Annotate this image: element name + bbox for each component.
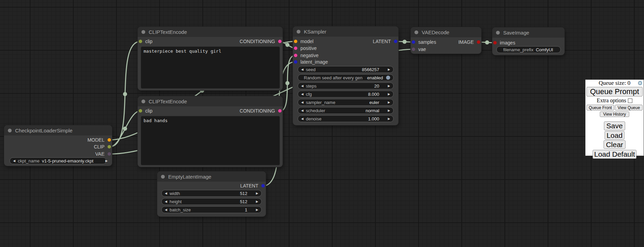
positive-prompt-textarea[interactable]: masterpiece best quality girl: [141, 47, 280, 89]
widget-value: 1: [245, 207, 247, 212]
extra-options-checkbox[interactable]: [628, 99, 632, 103]
node-ksampler[interactable]: KSampler model positive negative latent_…: [293, 26, 398, 125]
output-slot-latent[interactable]: LATENT: [157, 182, 266, 189]
node-titlebar[interactable]: KSampler: [293, 26, 398, 37]
input-slot-vae[interactable]: vae: [411, 46, 481, 53]
filename-prefix-widget[interactable]: filename_prefix ComfyUI: [496, 46, 561, 53]
decrement-arrow-icon[interactable]: ◀: [165, 208, 167, 211]
queue-prompt-button[interactable]: Queue Prompt: [586, 87, 643, 96]
output-slot-clip[interactable]: CLIP: [4, 143, 112, 150]
output-slot-latent[interactable]: LATENT: [293, 38, 398, 45]
node-titlebar[interactable]: CLIPTextEncode: [138, 27, 283, 37]
image-slot-dot[interactable]: [493, 41, 497, 44]
image-slot-dot[interactable]: [477, 40, 480, 44]
conditioning-slot-dot[interactable]: [294, 54, 297, 57]
node-titlebar[interactable]: EmptyLatentImage: [157, 171, 266, 182]
decrement-arrow-icon[interactable]: ◀: [13, 159, 15, 162]
save-button[interactable]: Save: [604, 121, 625, 130]
increment-arrow-icon[interactable]: ▶: [388, 93, 390, 96]
random-seed-toggle-widget[interactable]: Random seed after every gen enabled: [298, 74, 394, 81]
ckpt-name-widget[interactable]: ◀ ckpt_name v1-5-pruned-emaonly.ckpt ▶: [10, 157, 107, 164]
collapse-dot-icon[interactable]: [8, 129, 12, 132]
width-widget[interactable]: ◀ width 512 ▶: [161, 190, 262, 197]
clip-slot-dot[interactable]: [108, 145, 111, 148]
decrement-arrow-icon[interactable]: ◀: [301, 101, 304, 104]
node-clip-text-encode-negative[interactable]: CLIPTextEncode clip CONDITIONING bad han…: [138, 96, 283, 167]
decrement-arrow-icon[interactable]: ◀: [301, 84, 304, 88]
collapse-dot-icon[interactable]: [496, 31, 500, 35]
node-clip-text-encode-positive[interactable]: CLIPTextEncode clip CONDITIONING masterp…: [138, 27, 283, 90]
node-checkpoint-loader[interactable]: CheckpointLoaderSimple MODEL CLIP VAE ◀ …: [4, 125, 112, 166]
latent-slot-dot[interactable]: [294, 60, 297, 64]
latent-slot-dot[interactable]: [261, 184, 265, 187]
negative-prompt-textarea[interactable]: bad hands: [141, 116, 280, 165]
denoise-widget[interactable]: ◀ denoise 1.000 ▶: [298, 115, 394, 122]
slot-label: LATENT: [240, 183, 258, 188]
latent-slot-dot[interactable]: [394, 40, 397, 43]
node-vae-decode[interactable]: VAEDecode samples vae IMAGE: [411, 27, 481, 54]
node-title: KSampler: [304, 29, 326, 35]
increment-arrow-icon[interactable]: ▶: [106, 159, 108, 162]
decrement-arrow-icon[interactable]: ◀: [301, 117, 304, 120]
height-widget[interactable]: ◀ height 512 ▶: [161, 198, 262, 205]
comfyui-canvas[interactable]: { "icons": { "left_arrow": "◀", "right_a…: [0, 0, 644, 247]
collapse-dot-icon[interactable]: [414, 30, 418, 34]
view-history-button[interactable]: View History: [600, 112, 629, 117]
decrement-arrow-icon[interactable]: ◀: [301, 68, 304, 71]
increment-arrow-icon[interactable]: ▶: [388, 109, 390, 112]
output-slot-vae[interactable]: VAE: [4, 151, 112, 157]
node-titlebar[interactable]: CLIPTextEncode: [138, 96, 283, 106]
input-slot-negative[interactable]: negative: [293, 52, 398, 59]
load-button[interactable]: Load: [605, 131, 624, 140]
input-slot-latent-image[interactable]: latent_image: [293, 58, 398, 65]
decrement-arrow-icon[interactable]: ◀: [165, 200, 167, 203]
slot-label: LATENT: [373, 39, 391, 44]
node-titlebar[interactable]: SaveImage: [492, 27, 565, 38]
queue-front-button[interactable]: Queue Front: [586, 105, 614, 110]
vae-slot-dot[interactable]: [108, 152, 111, 156]
batch-size-widget[interactable]: ◀ batch_size 1 ▶: [161, 206, 262, 213]
conditioning-slot-dot[interactable]: [278, 40, 282, 43]
load-default-button[interactable]: Load Default: [593, 150, 636, 159]
steps-widget[interactable]: ◀ steps 20 ▶: [298, 82, 394, 89]
vae-slot-dot[interactable]: [412, 48, 415, 51]
increment-arrow-icon[interactable]: ▶: [256, 208, 258, 211]
collapse-dot-icon[interactable]: [161, 175, 165, 179]
increment-arrow-icon[interactable]: ▶: [388, 68, 390, 71]
output-slot-conditioning[interactable]: CONDITIONING: [138, 107, 283, 114]
decrement-arrow-icon[interactable]: ◀: [301, 109, 304, 112]
node-save-image[interactable]: SaveImage images filename_prefix ComfyUI: [492, 27, 565, 55]
slot-label: negative: [300, 53, 319, 58]
increment-arrow-icon[interactable]: ▶: [388, 101, 390, 104]
output-slot-model[interactable]: MODEL: [4, 136, 112, 143]
seed-widget[interactable]: ◀ seed 8566257 ▶: [298, 66, 394, 73]
view-queue-button[interactable]: View Queue: [615, 105, 643, 110]
increment-arrow-icon[interactable]: ▶: [388, 84, 390, 88]
collapse-dot-icon[interactable]: [141, 100, 145, 103]
sampler-name-widget[interactable]: ◀ sampler_name euler ▶: [298, 99, 394, 106]
node-titlebar[interactable]: CheckpointLoaderSimple: [4, 125, 112, 135]
input-slot-images[interactable]: images: [492, 39, 565, 46]
collapse-dot-icon[interactable]: [297, 30, 300, 34]
clear-button[interactable]: Clear: [604, 140, 626, 149]
scheduler-widget[interactable]: ◀ scheduler normal ▶: [298, 107, 394, 114]
wire-midpoint-dot: [123, 92, 127, 96]
widget-value: 1.000: [368, 116, 380, 121]
node-empty-latent-image[interactable]: EmptyLatentImage LATENT ◀ width 512 ▶ ◀ …: [157, 171, 266, 217]
increment-arrow-icon[interactable]: ▶: [388, 117, 390, 120]
toggle-indicator[interactable]: [386, 76, 390, 80]
input-slot-positive[interactable]: positive: [293, 45, 398, 52]
conditioning-slot-dot[interactable]: [278, 109, 282, 113]
cfg-widget[interactable]: ◀ cfg 8.000 ▶: [298, 91, 394, 98]
decrement-arrow-icon[interactable]: ◀: [301, 93, 304, 96]
node-titlebar[interactable]: VAEDecode: [411, 27, 481, 37]
output-slot-conditioning[interactable]: CONDITIONING: [138, 38, 283, 45]
output-slot-image[interactable]: IMAGE: [411, 39, 481, 46]
settings-gear-icon[interactable]: ⚙: [637, 80, 643, 86]
conditioning-slot-dot[interactable]: [294, 47, 297, 50]
collapse-dot-icon[interactable]: [141, 30, 145, 34]
model-slot-dot[interactable]: [108, 138, 111, 142]
decrement-arrow-icon[interactable]: ◀: [165, 192, 167, 195]
increment-arrow-icon[interactable]: ▶: [256, 192, 258, 195]
increment-arrow-icon[interactable]: ▶: [256, 200, 258, 203]
